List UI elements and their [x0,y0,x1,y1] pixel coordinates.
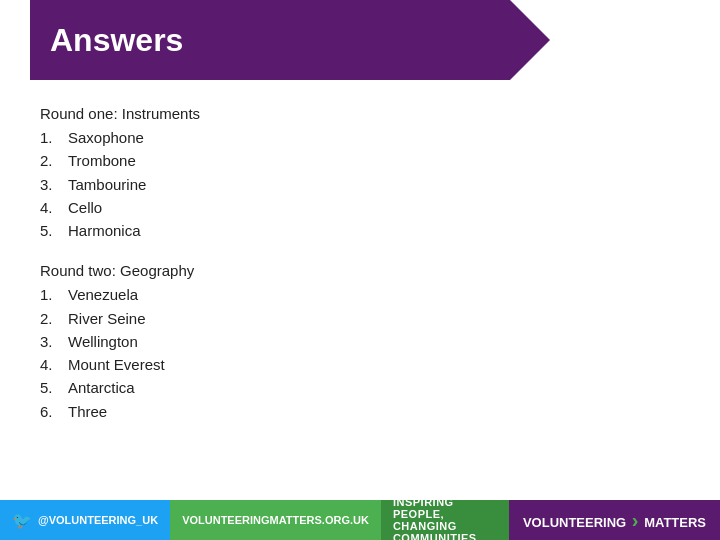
footer-twitter[interactable]: 🐦 @VOLUNTEERING_UK [0,500,170,540]
website-url: VOLUNTEERINGMATTERS.ORG.UK [182,514,369,526]
round-two-title: Round two: Geography [40,262,680,279]
content-area: Round one: Instruments 1.Saxophone 2.Tro… [0,80,720,468]
page-container: Answers Round one: Instruments 1.Saxopho… [0,0,720,540]
round-one-list: 1.Saxophone 2.Trombone 3.Tambourine 4.Ce… [40,126,680,242]
list-item: 4.Cello [40,196,680,219]
logo-arrow-icon: › [632,509,639,531]
round-one-title: Round one: Instruments [40,105,680,122]
round-two-section: Round two: Geography 1.Venezuela 2.River… [40,262,680,423]
list-item: 2.Trombone [40,149,680,172]
list-item: 5.Antarctica [40,376,680,399]
list-item: 5.Harmonica [40,219,680,242]
logo-text: VOLUNTEERING › MATTERS [523,509,706,532]
round-one-section: Round one: Instruments 1.Saxophone 2.Tro… [40,105,680,242]
list-item: 2.River Seine [40,307,680,330]
tagline-text: INSPIRING PEOPLE, CHANGING COMMUNITIES [393,496,497,540]
list-item: 4.Mount Everest [40,353,680,376]
footer-website[interactable]: VOLUNTEERINGMATTERS.ORG.UK [170,500,381,540]
footer: 🐦 @VOLUNTEERING_UK VOLUNTEERINGMATTERS.O… [0,500,720,540]
twitter-handle: @VOLUNTEERING_UK [38,514,158,526]
list-item: 1.Saxophone [40,126,680,149]
list-item: 6.Three [40,400,680,423]
list-item: 3.Tambourine [40,173,680,196]
header-banner: Answers [30,0,510,80]
twitter-icon: 🐦 [12,511,32,530]
footer-tagline: INSPIRING PEOPLE, CHANGING COMMUNITIES [381,500,509,540]
list-item: 1.Venezuela [40,283,680,306]
list-item: 3.Wellington [40,330,680,353]
footer-logo: VOLUNTEERING › MATTERS [509,500,720,540]
page-title: Answers [50,22,183,59]
round-two-list: 1.Venezuela 2.River Seine 3.Wellington 4… [40,283,680,423]
